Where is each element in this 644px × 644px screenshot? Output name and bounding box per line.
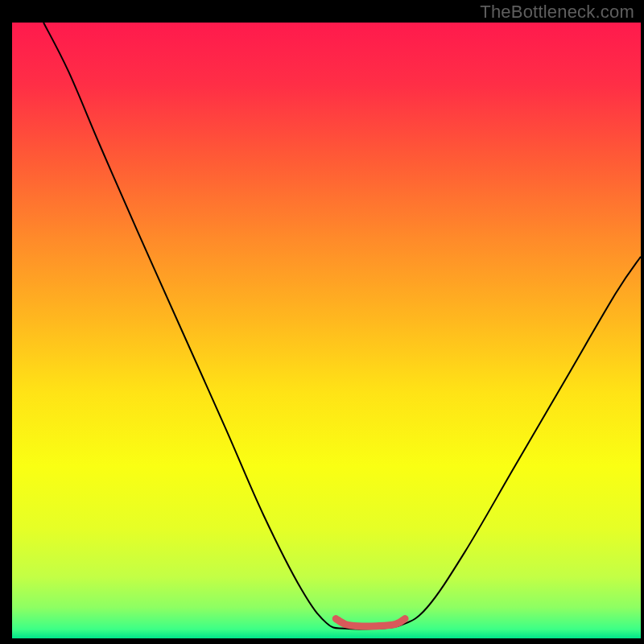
chart-svg (12, 23, 641, 638)
bottleneck-chart (12, 23, 641, 638)
watermark-text: TheBottleneck.com (480, 2, 634, 23)
chart-background (12, 23, 641, 638)
